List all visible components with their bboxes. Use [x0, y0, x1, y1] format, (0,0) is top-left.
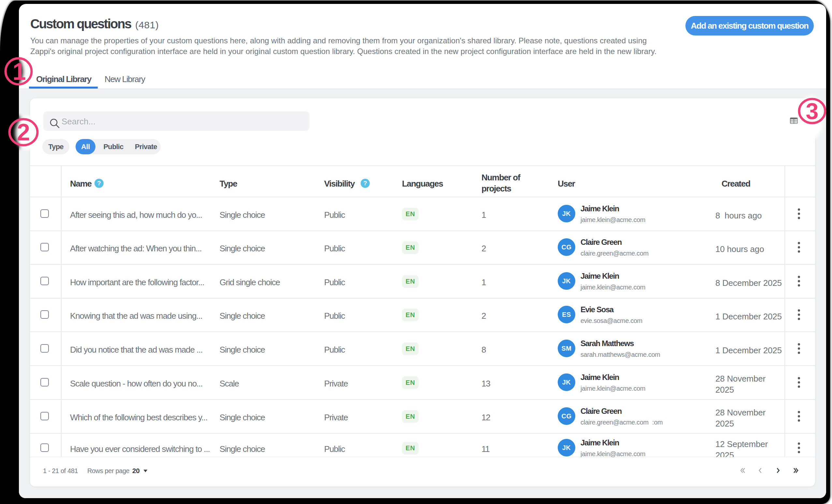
svg-text:2: 2	[17, 119, 30, 145]
svg-text:3: 3	[806, 99, 818, 124]
svg-text:1: 1	[12, 58, 26, 85]
